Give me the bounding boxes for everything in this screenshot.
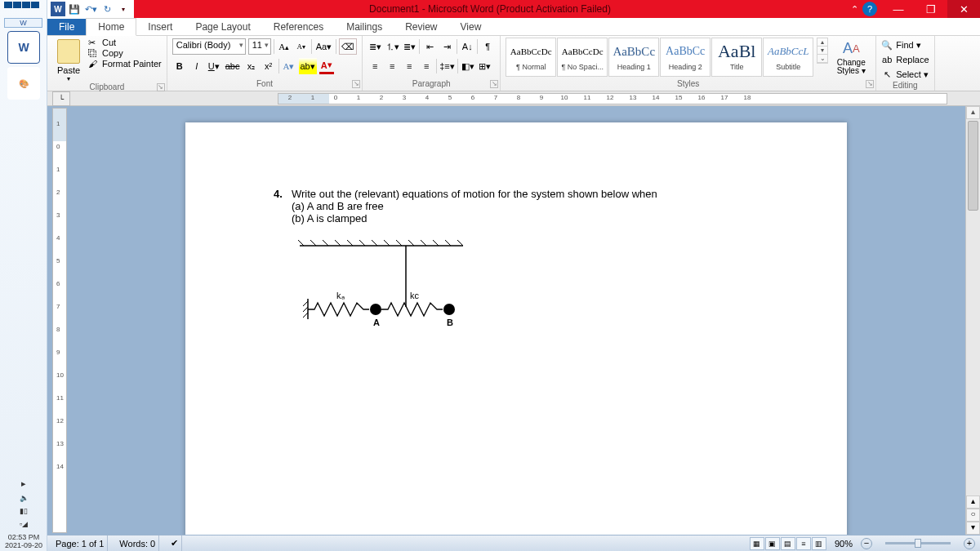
underline-button[interactable]: U ▾: [207, 58, 221, 74]
tab-home[interactable]: Home: [86, 18, 136, 36]
numbering-button[interactable]: ⒈▾: [385, 38, 399, 55]
maximize-button[interactable]: ❐: [915, 0, 947, 18]
vertical-scrollbar[interactable]: ▴ ▴ ○ ▾: [965, 106, 980, 535]
format-painter-button[interactable]: 🖌Format Painter: [88, 59, 162, 69]
bold-button[interactable]: B: [172, 58, 187, 74]
scroll-thumb[interactable]: [968, 121, 978, 211]
find-button[interactable]: 🔍Find ▾: [881, 38, 920, 51]
scroll-up-icon[interactable]: ▴: [966, 106, 980, 119]
zoom-level[interactable]: 90%: [835, 539, 853, 549]
select-button[interactable]: ↖Select ▾: [881, 68, 929, 81]
battery-icon[interactable]: ▮▯: [20, 507, 28, 515]
close-button[interactable]: ✕: [947, 0, 980, 18]
sound-icon[interactable]: 🔈: [20, 494, 29, 502]
undo-icon[interactable]: ↶▾: [83, 2, 98, 16]
tab-view[interactable]: View: [449, 19, 493, 35]
zoom-slider[interactable]: [885, 542, 951, 544]
ribbon-minimize-icon[interactable]: ⌃: [846, 4, 862, 15]
fullscreen-reading-view[interactable]: ▣: [765, 537, 780, 550]
svg-line-10: [408, 240, 414, 246]
page-indicator[interactable]: Page: 1 of 1: [52, 535, 108, 551]
paste-button[interactable]: Paste ▾: [52, 38, 85, 82]
style-item[interactable]: AaBbCcDc¶ Normal: [506, 38, 556, 77]
strikethrough-button[interactable]: abc: [224, 58, 242, 74]
borders-button[interactable]: ⊞▾: [478, 58, 492, 74]
font-group: Calibri (Body) 11 A▴ A▾ Aa▾ ⌫ B I U ▾ ab…: [167, 36, 363, 91]
zoom-out-button[interactable]: −: [861, 538, 872, 549]
show-marks-button[interactable]: ¶: [480, 38, 495, 55]
system-tray[interactable]: ▸ 🔈 ▮▯ ▫◢: [0, 475, 47, 531]
taskbar-clock[interactable]: 02:53 PM 2021-09-20: [0, 531, 47, 551]
tab-mailings[interactable]: Mailings: [335, 19, 394, 35]
superscript-button[interactable]: x²: [261, 58, 276, 74]
copy-button[interactable]: ⿻Copy: [88, 48, 162, 58]
font-launcher[interactable]: ↘: [352, 80, 360, 88]
tab-file[interactable]: File: [47, 19, 86, 35]
web-layout-view[interactable]: ▤: [781, 537, 795, 550]
browse-object-icon[interactable]: ○: [966, 509, 980, 522]
font-size-combo[interactable]: 11: [248, 38, 271, 55]
paragraph-launcher[interactable]: ↘: [490, 80, 498, 88]
shrink-font-button[interactable]: A▾: [294, 38, 309, 55]
decrease-indent-button[interactable]: ⇤: [422, 38, 437, 55]
draft-view[interactable]: ▥: [812, 537, 826, 550]
multilevel-button[interactable]: ≣▾: [402, 38, 416, 55]
start-button[interactable]: [4, 2, 43, 16]
line-spacing-button[interactable]: ‡≡▾: [439, 58, 455, 74]
font-name-combo[interactable]: Calibri (Body): [172, 38, 246, 55]
grow-font-button[interactable]: A▴: [277, 38, 292, 55]
vertical-ruler[interactable]: 2101234567891011121314: [52, 108, 67, 533]
next-page-icon[interactable]: ▾: [966, 522, 980, 535]
style-gallery-more[interactable]: ▴▾⌄: [817, 38, 828, 64]
italic-button[interactable]: I: [189, 58, 204, 74]
tab-references[interactable]: References: [262, 19, 335, 35]
cut-button[interactable]: ✂Cut: [88, 38, 162, 47]
style-item[interactable]: AaBbCcLSubtitle: [763, 38, 813, 77]
styles-launcher[interactable]: ↘: [866, 80, 874, 88]
print-layout-view[interactable]: ▦: [750, 537, 764, 550]
shading-button[interactable]: ◧▾: [461, 58, 475, 74]
style-item[interactable]: AaBbCcDc¶ No Spaci...: [557, 38, 608, 77]
horizontal-ruler[interactable]: 210123456789101112131415161718: [278, 93, 947, 104]
increase-indent-button[interactable]: ⇥: [439, 38, 454, 55]
bullets-button[interactable]: ≣▾: [368, 38, 382, 55]
highlight-button[interactable]: ab▾: [299, 58, 317, 74]
style-item[interactable]: AaBbCcHeading 1: [608, 38, 659, 77]
tab-selector[interactable]: └: [52, 91, 70, 106]
change-case-button[interactable]: Aa▾: [314, 38, 333, 55]
style-item[interactable]: AaBbCcHeading 2: [660, 38, 710, 77]
qat-customize-icon[interactable]: ▾: [116, 2, 131, 16]
quick-access-title: W: [4, 18, 42, 28]
sort-button[interactable]: A↓: [460, 38, 474, 55]
network-icon[interactable]: ▫◢: [20, 520, 28, 528]
word-taskbar-icon[interactable]: W: [7, 31, 40, 64]
word-count[interactable]: Words: 0: [116, 535, 159, 551]
replace-button[interactable]: abReplace: [881, 53, 929, 66]
prev-page-icon[interactable]: ▴: [966, 495, 980, 509]
save-icon[interactable]: 💾: [67, 2, 82, 16]
text-effects-button[interactable]: A▾: [282, 58, 296, 74]
proofing-button[interactable]: ✔: [167, 535, 182, 551]
tab-insert[interactable]: Insert: [136, 19, 184, 35]
tab-review[interactable]: Review: [394, 19, 448, 35]
justify-button[interactable]: ≡: [419, 58, 434, 74]
tab-page-layout[interactable]: Page Layout: [184, 19, 261, 35]
font-color-button[interactable]: A▾: [319, 58, 334, 74]
align-left-button[interactable]: ≡: [368, 58, 382, 74]
align-center-button[interactable]: ≡: [385, 58, 399, 74]
clear-formatting-button[interactable]: ⌫: [339, 38, 357, 55]
zoom-in-button[interactable]: +: [964, 538, 975, 549]
minimize-button[interactable]: —: [882, 0, 915, 18]
tray-arrow-icon[interactable]: ▸: [21, 478, 26, 489]
document-page[interactable]: 4. Write out the (relevant) equations of…: [185, 122, 847, 535]
clipboard-launcher[interactable]: ↘: [157, 83, 165, 91]
align-right-button[interactable]: ≡: [402, 58, 416, 74]
help-icon[interactable]: ?: [862, 2, 877, 16]
outline-view[interactable]: ≡: [796, 537, 811, 550]
paint-taskbar-icon[interactable]: 🎨: [7, 67, 40, 100]
word-app-icon[interactable]: W: [51, 2, 65, 16]
style-item[interactable]: AaBlTitle: [711, 38, 762, 77]
change-styles-button[interactable]: AA Change Styles ▾: [831, 38, 871, 75]
redo-icon[interactable]: ↻: [100, 2, 114, 16]
subscript-button[interactable]: x₂: [244, 58, 259, 74]
